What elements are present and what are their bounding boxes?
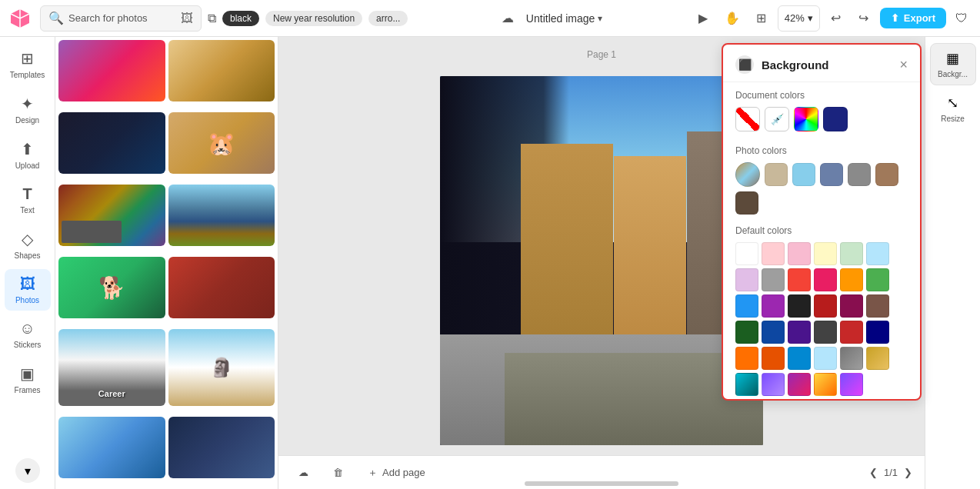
color-r5-7[interactable] (840, 373, 863, 396)
cloud-save-button[interactable]: ☁ (495, 6, 520, 31)
list-item[interactable] (58, 185, 165, 246)
list-item[interactable] (168, 185, 275, 246)
sidebar-item-photos[interactable]: 🖼 Photos (5, 269, 51, 311)
tag-newyear[interactable]: New year resolution (265, 11, 362, 26)
photo-color-3[interactable] (820, 163, 843, 186)
main-area: ⊞ Templates ✦ Design ⬆ Upload T Text ◇ S… (0, 37, 980, 489)
color-r1-2[interactable] (762, 242, 785, 265)
photo-color-6[interactable] (735, 191, 758, 215)
center-controls: ☁ Untitled image ▾ (495, 6, 603, 31)
color-r1-3[interactable] (788, 242, 811, 265)
color-purple[interactable] (762, 294, 785, 318)
color-lightblue[interactable] (788, 347, 811, 370)
zoom-control[interactable]: 42% ▾ (778, 5, 820, 32)
sidebar-item-stickers[interactable]: ☺ Stickers (5, 314, 51, 355)
photo-color-2[interactable] (792, 163, 815, 186)
sidebar-item-shapes[interactable]: ◇ Shapes (5, 224, 51, 266)
horizontal-scrollbar[interactable] (525, 481, 678, 486)
list-item[interactable]: 🗿 (168, 329, 275, 406)
color-r5-5[interactable] (788, 373, 811, 396)
sidebar-item-templates[interactable]: ⊞ Templates (5, 43, 51, 85)
delete-page-button[interactable]: 🗑 (325, 462, 351, 483)
image-search-icon[interactable]: 🖼 (181, 12, 193, 25)
color-darkpink[interactable] (840, 294, 863, 318)
list-item[interactable]: 🐹 (168, 112, 275, 174)
transparent-color-swatch[interactable] (735, 107, 760, 131)
photo-color-1[interactable] (765, 163, 788, 186)
add-page-button[interactable]: ＋ Add page (360, 461, 433, 484)
color-darkpurple[interactable] (788, 321, 811, 344)
tag-arro[interactable]: arro... (368, 11, 408, 26)
toolbar-icons: ▶ ✋ ⊞ 42% ▾ ↩ ↪ ⬆ Export 🛡 (690, 5, 974, 32)
layout-button[interactable]: ⊞ (748, 5, 775, 32)
color-darkred[interactable] (814, 294, 837, 318)
search-bar[interactable]: 🔍 Search for photos 🖼 (40, 5, 202, 32)
list-item[interactable] (58, 417, 165, 478)
color-r4-2[interactable] (840, 321, 863, 344)
color-darkblue[interactable] (762, 321, 785, 344)
color-r5-3[interactable] (735, 373, 758, 396)
list-item[interactable] (168, 40, 275, 101)
color-r5-6[interactable] (814, 373, 837, 396)
prev-page-button[interactable]: ❮ (869, 467, 878, 478)
color-r5-4[interactable] (762, 373, 785, 396)
search-input[interactable]: Search for photos (68, 12, 173, 24)
color-r1-5[interactable] (840, 242, 863, 265)
dark-blue-swatch[interactable] (823, 107, 848, 131)
document-title-area[interactable]: Untitled image ▾ (526, 12, 603, 25)
color-pink[interactable] (814, 268, 837, 291)
color-blue[interactable] (735, 294, 758, 318)
color-red[interactable] (788, 268, 811, 291)
background-panel-close-button[interactable]: × (899, 57, 908, 73)
canvas-image[interactable] (440, 76, 763, 445)
list-item[interactable]: 🐕 (58, 257, 165, 318)
rainbow-color-swatch[interactable] (794, 107, 818, 131)
export-button[interactable]: ⬆ Export (880, 8, 946, 28)
shield-button[interactable]: 🛡 (949, 6, 974, 31)
eyedropper-swatch[interactable]: 💉 (765, 107, 789, 131)
color-r1-7[interactable] (735, 268, 758, 291)
app-logo[interactable] (6, 5, 34, 32)
redo-button[interactable]: ↪ (851, 5, 877, 32)
right-sidebar-background[interactable]: ▦ Backgr... (930, 43, 976, 85)
color-gray[interactable] (762, 268, 785, 291)
photo-color-4[interactable] (848, 163, 871, 186)
list-item[interactable] (58, 112, 165, 174)
color-orange[interactable] (840, 268, 863, 291)
select-tool-button[interactable]: ▶ (690, 5, 716, 32)
filter-icon[interactable]: ⧉ (208, 12, 216, 25)
color-navy[interactable] (866, 321, 889, 344)
color-green[interactable] (866, 268, 889, 291)
right-sidebar-resize[interactable]: ⤡ Resize (930, 88, 976, 129)
color-r4-7[interactable] (814, 347, 837, 370)
list-item[interactable] (168, 257, 275, 318)
list-item[interactable]: Career (58, 329, 165, 406)
sidebar-item-frames[interactable]: ▣ Frames (5, 358, 51, 401)
color-r5-2[interactable] (866, 347, 889, 370)
add-page-label: Add page (382, 467, 425, 478)
color-brown[interactable] (866, 294, 889, 318)
color-r4-1[interactable] (814, 321, 837, 344)
sidebar-item-text[interactable]: T Text (5, 179, 51, 221)
color-black[interactable] (788, 294, 811, 318)
sidebar-item-design[interactable]: ✦ Design (5, 88, 51, 131)
color-r1-4[interactable] (814, 242, 837, 265)
sidebar-more-button[interactable]: ▾ (15, 458, 40, 483)
sidebar-item-upload[interactable]: ⬆ Upload (5, 134, 51, 176)
color-r4-4[interactable] (735, 347, 758, 370)
color-r1-6[interactable] (866, 242, 889, 265)
list-item[interactable] (58, 40, 165, 101)
color-white[interactable] (735, 242, 758, 265)
photo-color-5[interactable] (875, 163, 898, 186)
hand-tool-button[interactable]: ✋ (719, 5, 745, 32)
photo-thumbnail-swatch[interactable] (735, 162, 760, 187)
list-item[interactable] (168, 417, 275, 478)
color-r5-1[interactable] (840, 347, 863, 370)
next-page-button[interactable]: ❯ (904, 467, 912, 478)
undo-button[interactable]: ↩ (823, 5, 849, 32)
color-r4-5[interactable] (762, 347, 785, 370)
save-to-cloud-button[interactable]: ☁ (291, 462, 316, 483)
sidebar-label-text: Text (20, 206, 34, 215)
tag-black[interactable]: black (222, 11, 259, 26)
color-darkgreen[interactable] (735, 321, 758, 344)
